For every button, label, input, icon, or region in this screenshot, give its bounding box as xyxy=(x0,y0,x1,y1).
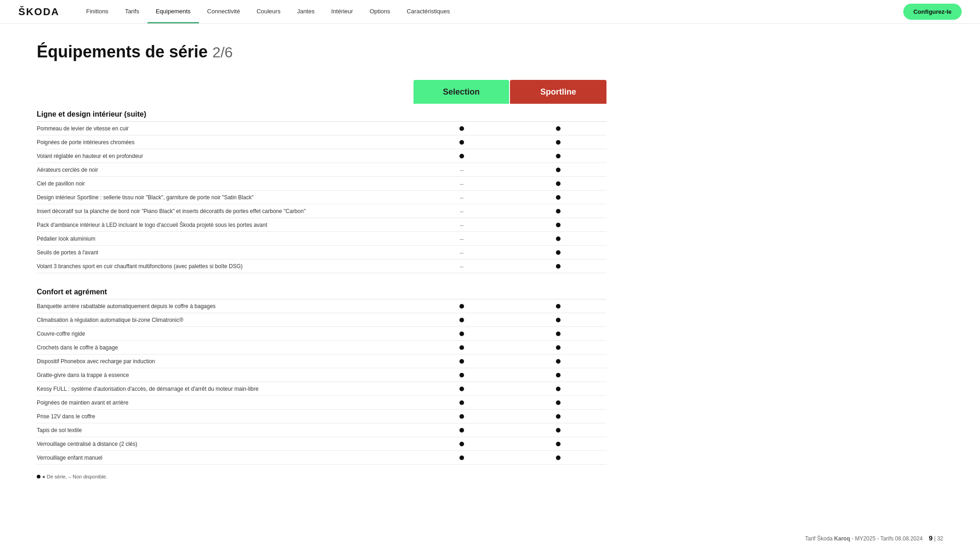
table-row: Seuils de portes à l'avant– xyxy=(37,246,606,259)
row-label: Volant réglable en hauteur et en profond… xyxy=(37,151,414,162)
included-dot xyxy=(556,318,561,322)
included-dot xyxy=(459,400,464,405)
row-sportline-cell xyxy=(510,168,606,172)
row-label: Volant 3 branches sport en cuir chauffan… xyxy=(37,261,414,272)
included-dot xyxy=(556,332,561,336)
table-row: Volant réglable en hauteur et en profond… xyxy=(37,149,606,163)
row-selection-cell xyxy=(414,455,510,460)
navigation: ŠKODA Finitions Tarifs Equipements Conne… xyxy=(0,0,980,24)
row-selection-cell: – xyxy=(414,208,510,215)
included-dot xyxy=(556,400,561,405)
dot-legend xyxy=(37,475,40,478)
included-dot xyxy=(459,304,464,309)
category-1-rows: Pommeau de levier de vitesse en cuirPoig… xyxy=(37,122,606,273)
row-label: Crochets dans le coffre à bagage xyxy=(37,342,414,353)
row-selection-cell xyxy=(414,126,510,131)
included-dot xyxy=(459,359,464,364)
included-dot xyxy=(556,264,561,269)
logo: ŠKODA xyxy=(18,6,59,18)
row-label: Couvre-coffre rigide xyxy=(37,328,414,339)
included-dot xyxy=(459,387,464,391)
row-sportline-cell xyxy=(510,332,606,336)
row-selection-cell: – xyxy=(414,166,510,174)
row-label: Poignées de maintien avant et arrière xyxy=(37,397,414,408)
included-dot xyxy=(556,345,561,350)
column-headers: Selection Sportline xyxy=(37,80,606,104)
table-row: Poignées de maintien avant et arrière xyxy=(37,396,606,410)
included-dot xyxy=(556,168,561,172)
footer-note: ● De série, – Non disponible. xyxy=(37,474,606,479)
row-selection-cell xyxy=(414,140,510,145)
nav-item-finitions[interactable]: Finitions xyxy=(78,0,116,23)
row-sportline-cell xyxy=(510,345,606,350)
table-row: Climatisation à régulation automatique b… xyxy=(37,313,606,327)
row-label: Kessy FULL : système d'autorisation d'ac… xyxy=(37,383,414,394)
not-available-dash: – xyxy=(460,180,464,187)
not-available-dash: – xyxy=(460,208,464,215)
nav-item-caracteristiques[interactable]: Caractéristiques xyxy=(398,0,458,23)
row-sportline-cell xyxy=(510,223,606,227)
row-sportline-cell xyxy=(510,304,606,309)
row-sportline-cell xyxy=(510,428,606,433)
row-label: Aérateurs cerclés de noir xyxy=(37,164,414,175)
row-selection-cell xyxy=(414,387,510,391)
row-selection-cell: – xyxy=(414,180,510,187)
row-selection-cell: – xyxy=(414,249,510,256)
nav-item-tarifs[interactable]: Tarifs xyxy=(117,0,147,23)
row-sportline-cell xyxy=(510,195,606,200)
table-row: Design intérieur Sportline : sellerie ti… xyxy=(37,191,606,204)
table-row: Tapis de sol textile xyxy=(37,423,606,437)
category-label-1: Ligne et design intérieur (suite) xyxy=(37,110,414,118)
row-sportline-cell xyxy=(510,250,606,255)
row-label: Insert décoratif sur la planche de bord … xyxy=(37,206,414,217)
included-dot xyxy=(556,414,561,419)
configurez-le-button[interactable]: Configurez-le xyxy=(903,4,962,20)
table-row: Prise 12V dans le coffre xyxy=(37,410,606,423)
sportline-header: Sportline xyxy=(510,80,606,104)
row-sportline-cell xyxy=(510,400,606,405)
nav-item-equipements[interactable]: Equipements xyxy=(147,0,199,23)
row-selection-cell xyxy=(414,442,510,446)
table-row: Poignées de porte intérieures chromées xyxy=(37,135,606,149)
not-available-dash: – xyxy=(460,235,464,242)
included-dot xyxy=(459,126,464,131)
nav-item-interieur[interactable]: Intérieur xyxy=(323,0,362,23)
row-selection-cell: – xyxy=(414,194,510,201)
not-available-dash: – xyxy=(460,194,464,201)
footer-model: Karoq xyxy=(834,535,850,542)
total-pages: 32 xyxy=(937,535,943,542)
table-row: Verrouillage enfant manuel xyxy=(37,451,606,465)
table-row: Kessy FULL : système d'autorisation d'ac… xyxy=(37,382,606,396)
included-dot xyxy=(556,387,561,391)
row-label: Pommeau de levier de vitesse en cuir xyxy=(37,123,414,134)
row-selection-cell: – xyxy=(414,221,510,229)
category-label-2: Confort et agrément xyxy=(37,288,414,296)
table-row: Banquette arrière rabattable automatique… xyxy=(37,299,606,313)
row-selection-cell xyxy=(414,345,510,350)
current-page: 9 xyxy=(929,534,933,542)
row-selection-cell xyxy=(414,373,510,377)
not-available-dash: – xyxy=(460,221,464,229)
included-dot xyxy=(459,373,464,377)
nav-item-options[interactable]: Options xyxy=(361,0,398,23)
row-label: Pédalier look aluminium xyxy=(37,233,414,244)
row-label: Poignées de porte intérieures chromées xyxy=(37,137,414,148)
nav-item-jantes[interactable]: Jantes xyxy=(289,0,323,23)
row-selection-cell xyxy=(414,414,510,419)
included-dot xyxy=(556,442,561,446)
nav-item-connectivite[interactable]: Connectivité xyxy=(199,0,249,23)
nav-item-couleurs[interactable]: Couleurs xyxy=(248,0,289,23)
row-sportline-cell xyxy=(510,373,606,377)
row-selection-cell: – xyxy=(414,263,510,270)
footer-prefix: Tarif Škoda xyxy=(805,535,833,542)
row-label: Climatisation à régulation automatique b… xyxy=(37,315,414,326)
included-dot xyxy=(459,154,464,158)
category-col2-2 xyxy=(510,288,606,296)
row-sportline-cell xyxy=(510,126,606,131)
table-row: Ciel de pavillon noir– xyxy=(37,177,606,191)
main-content: Équipements de série 2/6 Selection Sport… xyxy=(0,24,643,507)
page-title: Équipements de série 2/6 xyxy=(37,42,606,62)
nav-menu: Finitions Tarifs Equipements Connectivit… xyxy=(78,0,903,23)
included-dot xyxy=(459,428,464,433)
row-selection-cell xyxy=(414,154,510,158)
